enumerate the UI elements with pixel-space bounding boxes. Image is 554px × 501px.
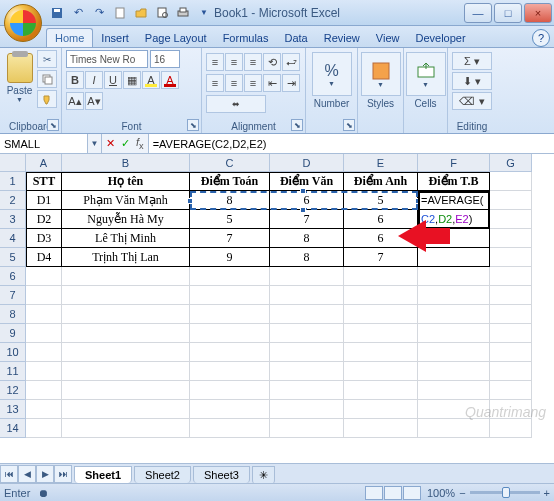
align-middle-button[interactable]: ≡	[225, 53, 243, 71]
cell-B9[interactable]	[62, 324, 190, 343]
cell-A7[interactable]	[26, 286, 62, 305]
cell-B14[interactable]	[62, 419, 190, 438]
tab-view[interactable]: View	[368, 29, 408, 47]
cell-D8[interactable]	[270, 305, 344, 324]
row-header-4[interactable]: 4	[0, 229, 26, 248]
row-header-6[interactable]: 6	[0, 267, 26, 286]
cell-C11[interactable]	[190, 362, 270, 381]
cell-B3[interactable]: Nguyễn Hà My	[62, 210, 190, 229]
align-bottom-button[interactable]: ≡	[244, 53, 262, 71]
copy-button[interactable]	[37, 70, 57, 88]
cell-A5[interactable]: D4	[26, 248, 62, 267]
cell-F3[interactable]: C2,D2,E2)	[418, 210, 490, 229]
tab-home[interactable]: Home	[46, 28, 93, 47]
cell-G1[interactable]	[490, 172, 532, 191]
wrap-text-button[interactable]: ⮐	[282, 53, 300, 71]
cell-B4[interactable]: Lê Thị Minh	[62, 229, 190, 248]
cell-D11[interactable]	[270, 362, 344, 381]
first-sheet-button[interactable]: ⏮	[0, 465, 18, 483]
cell-D1[interactable]: Điểm Văn	[270, 172, 344, 191]
row-header-2[interactable]: 2	[0, 191, 26, 210]
cell-F13[interactable]	[418, 400, 490, 419]
row-header-1[interactable]: 1	[0, 172, 26, 191]
row-header-14[interactable]: 14	[0, 419, 26, 438]
cell-G6[interactable]	[490, 267, 532, 286]
cell-C2[interactable]: 8	[190, 191, 270, 210]
cell-C14[interactable]	[190, 419, 270, 438]
tab-developer[interactable]: Developer	[407, 29, 473, 47]
cell-B8[interactable]	[62, 305, 190, 324]
cell-G3[interactable]	[490, 210, 532, 229]
quick-print-icon[interactable]	[174, 4, 192, 22]
cell-E4[interactable]: 6	[344, 229, 418, 248]
column-header-F[interactable]: F	[418, 154, 490, 172]
accept-formula-button[interactable]: ✓	[121, 137, 130, 150]
cell-D10[interactable]	[270, 343, 344, 362]
column-header-G[interactable]: G	[490, 154, 532, 172]
bold-button[interactable]: B	[66, 71, 84, 89]
cell-A12[interactable]	[26, 381, 62, 400]
cell-A14[interactable]	[26, 419, 62, 438]
last-sheet-button[interactable]: ⏭	[54, 465, 72, 483]
cell-B11[interactable]	[62, 362, 190, 381]
cell-G8[interactable]	[490, 305, 532, 324]
tab-review[interactable]: Review	[316, 29, 368, 47]
insert-sheet-button[interactable]: ✳	[252, 466, 275, 484]
cell-E12[interactable]	[344, 381, 418, 400]
page-layout-view-button[interactable]	[384, 486, 402, 500]
cell-B1[interactable]: Họ tên	[62, 172, 190, 191]
font-name-combo[interactable]: Times New Ro	[66, 50, 148, 68]
cell-G10[interactable]	[490, 343, 532, 362]
italic-button[interactable]: I	[85, 71, 103, 89]
column-header-E[interactable]: E	[344, 154, 418, 172]
cell-E10[interactable]	[344, 343, 418, 362]
cell-F7[interactable]	[418, 286, 490, 305]
row-header-5[interactable]: 5	[0, 248, 26, 267]
clipboard-launcher[interactable]: ⬊	[47, 119, 59, 131]
cell-G5[interactable]	[490, 248, 532, 267]
cell-C13[interactable]	[190, 400, 270, 419]
cell-D13[interactable]	[270, 400, 344, 419]
cell-F9[interactable]	[418, 324, 490, 343]
fill-color-button[interactable]: A	[142, 71, 160, 89]
cell-A13[interactable]	[26, 400, 62, 419]
cells-button[interactable]: ▼	[406, 52, 446, 96]
font-launcher[interactable]: ⬊	[187, 119, 199, 131]
sheet-tab-1[interactable]: Sheet1	[74, 466, 132, 483]
cell-E2[interactable]: 5	[344, 191, 418, 210]
redo-icon[interactable]: ↷	[90, 4, 108, 22]
sheet-tab-3[interactable]: Sheet3	[193, 466, 250, 483]
cell-B2[interactable]: Phạm Văn Mạnh	[62, 191, 190, 210]
minimize-button[interactable]: —	[464, 3, 492, 23]
zoom-out-button[interactable]: −	[459, 487, 465, 499]
help-button[interactable]: ?	[532, 29, 550, 47]
cancel-formula-button[interactable]: ✕	[106, 137, 115, 150]
cell-B7[interactable]	[62, 286, 190, 305]
merge-center-button[interactable]: ⬌	[206, 95, 266, 113]
cell-E8[interactable]	[344, 305, 418, 324]
cell-F6[interactable]	[418, 267, 490, 286]
align-left-button[interactable]: ≡	[206, 74, 224, 92]
row-header-12[interactable]: 12	[0, 381, 26, 400]
tab-insert[interactable]: Insert	[93, 29, 137, 47]
align-center-button[interactable]: ≡	[225, 74, 243, 92]
name-box[interactable]: SMALL	[0, 134, 88, 153]
cell-C12[interactable]	[190, 381, 270, 400]
cell-G4[interactable]	[490, 229, 532, 248]
column-header-A[interactable]: A	[26, 154, 62, 172]
number-format-button[interactable]: %▼	[312, 52, 352, 96]
cell-A8[interactable]	[26, 305, 62, 324]
cell-E1[interactable]: Điểm Anh	[344, 172, 418, 191]
new-icon[interactable]	[111, 4, 129, 22]
worksheet-grid[interactable]: ABCDEFG 1234567891011121314 STTHọ tênĐiể…	[0, 154, 554, 444]
styles-button[interactable]: ▼	[361, 52, 401, 96]
align-top-button[interactable]: ≡	[206, 53, 224, 71]
row-header-3[interactable]: 3	[0, 210, 26, 229]
name-box-dropdown[interactable]: ▼	[88, 134, 102, 153]
tab-data[interactable]: Data	[276, 29, 315, 47]
cell-C7[interactable]	[190, 286, 270, 305]
cell-A6[interactable]	[26, 267, 62, 286]
row-header-10[interactable]: 10	[0, 343, 26, 362]
cell-E13[interactable]	[344, 400, 418, 419]
border-button[interactable]: ▦	[123, 71, 141, 89]
